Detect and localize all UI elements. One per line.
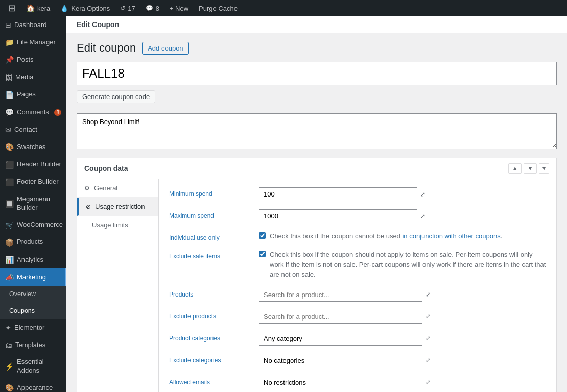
sidebar-item-products[interactable]: 📦 Products — [0, 234, 66, 251]
allowed-emails-row: Allowed emails ⤢ — [169, 376, 546, 389]
adminbar-kera-options[interactable]: 💧 Kera Options — [56, 0, 114, 16]
megamenu-icon: 🔲 — [5, 199, 14, 208]
adminbar-new[interactable]: + New — [166, 0, 193, 16]
sidebar-item-dashboard[interactable]: ⊟ Dashboard — [0, 16, 66, 34]
file-manager-icon: 📁 — [5, 38, 14, 47]
panel-controls: ▲ ▼ ▾ — [508, 163, 549, 174]
panel-collapse-up-button[interactable]: ▲ — [508, 163, 522, 174]
maximum-spend-row: Maximum spend ⤢ — [169, 209, 546, 223]
exclude-sale-items-label-text: Check this box if the coupon should not … — [270, 250, 546, 280]
sidebar-item-elementor[interactable]: ✦ Elementor — [0, 319, 66, 336]
elementor-icon: ✦ — [5, 323, 11, 332]
posts-icon: 📌 — [5, 55, 14, 64]
products-label: Products — [169, 288, 251, 298]
coupon-data-title: Coupon data — [84, 164, 128, 173]
sidebar-item-contact[interactable]: ✉ Contact — [0, 121, 66, 138]
appearance-icon: 🎨 — [5, 383, 14, 392]
adminbar-updates[interactable]: ↺ 17 — [116, 0, 139, 16]
exclude-products-control: ⤢ — [259, 310, 546, 324]
add-coupon-button[interactable]: Add coupon — [142, 42, 188, 55]
sidebar-item-analytics[interactable]: 📊 Analytics — [0, 251, 66, 268]
tab-usage-limits[interactable]: + Usage limits — [77, 216, 158, 234]
adminbar-site[interactable]: 🏠 kera — [22, 0, 54, 16]
allowed-emails-label: Allowed emails — [169, 376, 251, 386]
panel-tabs: ⚙ General ⊘ Usage restriction + Usage li… — [77, 179, 159, 392]
sidebar-item-header-builder[interactable]: ⬛ Header Builder — [0, 156, 66, 174]
page-title: Edit coupon — [77, 41, 136, 55]
exclude-products-expand-icon: ⤢ — [426, 313, 431, 320]
essential-addons-icon: ⚡ — [5, 362, 14, 371]
product-categories-input[interactable] — [259, 332, 422, 346]
individual-use-checkbox-label: Check this box if the coupon cannot be u… — [270, 231, 502, 241]
panel-toggle-button[interactable]: ▾ — [539, 163, 549, 174]
individual-use-checkbox-row: Check this box if the coupon cannot be u… — [259, 231, 502, 241]
sidebar-item-overview[interactable]: Overview — [0, 286, 66, 302]
sidebar-item-posts[interactable]: 📌 Posts — [0, 51, 66, 68]
individual-use-checkbox[interactable] — [259, 232, 266, 239]
sidebar-item-appearance[interactable]: 🎨 Appearance — [0, 379, 66, 392]
maximum-spend-control: ⤢ — [259, 209, 546, 223]
sidebar-item-swatches[interactable]: 🎨 Swatches — [0, 138, 66, 156]
minimum-spend-expand-icon: ⤢ — [420, 191, 426, 198]
coupon-code-input[interactable] — [77, 62, 557, 85]
exclude-sale-items-checkbox[interactable] — [259, 251, 266, 257]
sidebar-item-file-manager[interactable]: 📁 File Manager — [0, 34, 66, 51]
woocommerce-icon: 🛒 — [5, 220, 14, 230]
minimum-spend-control: ⤢ — [259, 187, 546, 201]
comments-badge: 8 — [54, 109, 61, 116]
maximum-spend-label: Maximum spend — [169, 209, 251, 219]
media-icon: 🖼 — [5, 73, 12, 82]
maximum-spend-input[interactable] — [259, 209, 417, 223]
product-categories-label: Product categories — [169, 332, 251, 342]
panel-content: Minimum spend ⤢ Maximum spend ⤢ — [159, 179, 556, 392]
products-row: Products ⤢ — [169, 288, 546, 302]
content-area: Edit Coupon Edit coupon Add coupon Gener… — [66, 16, 567, 392]
sidebar-item-marketing[interactable]: 📣 Marketing — [0, 268, 66, 286]
product-categories-expand-icon: ⤢ — [426, 335, 431, 342]
adminbar-wp-logo[interactable]: ⊞ — [4, 0, 20, 16]
adminbar-comments[interactable]: 💬 8 — [141, 0, 163, 16]
panel-body: ⚙ General ⊘ Usage restriction + Usage li… — [77, 179, 556, 392]
sidebar-item-megamenu-builder[interactable]: 🔲 Megamenu Builder — [0, 191, 66, 216]
sidebar-item-media[interactable]: 🖼 Media — [0, 69, 66, 86]
exclude-sale-items-control: Check this box if the coupon should not … — [259, 250, 546, 280]
exclude-categories-input[interactable] — [259, 354, 422, 368]
sidebar-item-comments[interactable]: 💬 Comments 8 — [0, 104, 66, 121]
sidebar-item-essential-addons[interactable]: ⚡ Essential Addons — [0, 354, 66, 379]
tab-usage-restriction[interactable]: ⊘ Usage restriction — [77, 198, 158, 216]
marketing-icon: 📣 — [5, 273, 14, 282]
usage-limits-tab-icon: + — [84, 222, 88, 229]
page-title-bar: Edit Coupon — [66, 16, 567, 33]
header-builder-icon: ⬛ — [5, 160, 14, 169]
exclude-products-row: Exclude products ⤢ — [169, 310, 546, 324]
swatches-icon: 🎨 — [5, 142, 14, 152]
minimum-spend-input[interactable] — [259, 187, 417, 201]
sidebar-item-pages[interactable]: 📄 Pages — [0, 86, 66, 104]
adminbar-purge-cache[interactable]: Purge Cache — [195, 0, 242, 16]
allowed-emails-expand-icon: ⤢ — [426, 379, 431, 386]
sidebar-item-footer-builder[interactable]: ⬛ Footer Builder — [0, 174, 66, 191]
pages-icon: 📄 — [5, 90, 14, 100]
minimum-spend-label: Minimum spend — [169, 187, 251, 198]
products-search-input[interactable] — [259, 288, 422, 302]
coupon-description-textarea[interactable]: Shop Beyond Limit! — [77, 113, 557, 149]
generate-coupon-code-button[interactable]: Generate coupon code — [77, 90, 155, 103]
individual-use-control: Check this box if the coupon cannot be u… — [259, 231, 546, 241]
admin-bar: ⊞ 🏠 kera 💧 Kera Options ↺ 17 💬 8 + New P… — [0, 0, 567, 16]
sidebar-item-coupons[interactable]: Coupons — [0, 303, 66, 319]
exclude-sale-items-row: Exclude sale items Check this box if the… — [169, 250, 546, 280]
sidebar: ⊟ Dashboard 📁 File Manager 📌 Posts 🖼 Med… — [0, 16, 66, 392]
individual-use-link[interactable]: in conjunction with other coupons — [402, 232, 500, 240]
minimum-spend-row: Minimum spend ⤢ — [169, 187, 546, 201]
sidebar-item-templates[interactable]: 🗂 Templates — [0, 336, 66, 354]
exclude-products-search-input[interactable] — [259, 310, 422, 324]
products-control: ⤢ — [259, 288, 546, 302]
product-categories-row: Product categories ⤢ — [169, 332, 546, 346]
panel-collapse-down-button[interactable]: ▼ — [524, 163, 537, 174]
exclude-categories-row: Exclude categories ⤢ — [169, 354, 546, 368]
allowed-emails-input[interactable] — [259, 376, 422, 389]
templates-icon: 🗂 — [5, 340, 12, 350]
sidebar-item-woocommerce[interactable]: 🛒 WooCommerce — [0, 216, 66, 234]
exclude-sale-items-label: Exclude sale items — [169, 250, 251, 260]
tab-general[interactable]: ⚙ General — [77, 179, 158, 198]
